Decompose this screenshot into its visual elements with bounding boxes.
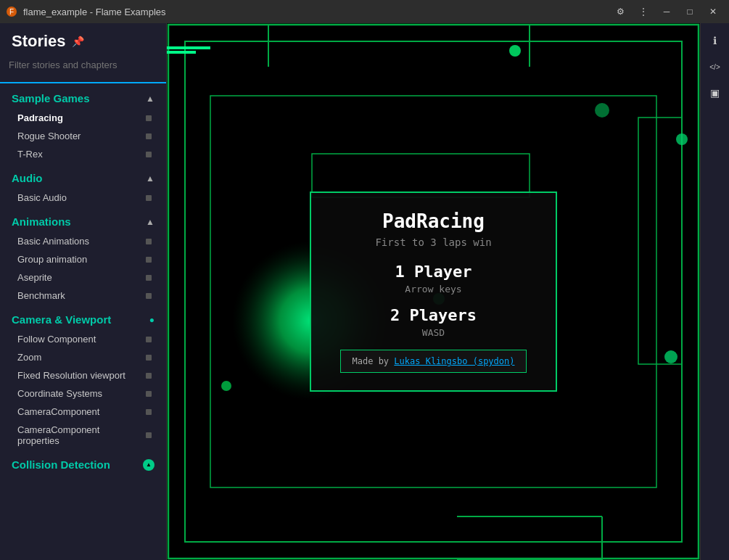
- svg-rect-8: [638, 118, 682, 364]
- nav-dot: [146, 409, 152, 415]
- nav-dot: [146, 257, 152, 263]
- category-collision[interactable]: Collision Detection ▲: [0, 450, 166, 475]
- pin-icon[interactable]: 📌: [72, 36, 84, 47]
- search-input[interactable]: [9, 57, 157, 73]
- main-content: Stories 📌 Sample Games ▲ Padracing Rogue…: [0, 23, 729, 560]
- puzzle-button[interactable]: ⚙: [610, 4, 630, 20]
- svg-point-12: [509, 45, 521, 57]
- overlay-game-subtitle: First to 3 laps win: [340, 236, 527, 248]
- sidebar-item-basic-audio[interactable]: Basic Audio: [0, 189, 166, 207]
- animations-items: Basic Animations Group animation Aseprit…: [0, 232, 166, 305]
- svg-point-13: [595, 103, 609, 118]
- sidebar-item-basic-animations[interactable]: Basic Animations: [0, 232, 166, 250]
- category-audio-label: Audio: [12, 172, 43, 184]
- category-sample-games-label: Sample Games: [12, 92, 90, 104]
- nav-dot: [146, 432, 152, 438]
- overlay-player2-label: 2 Players: [340, 306, 527, 324]
- loading-bars: [167, 46, 225, 54]
- credit-link[interactable]: Lukas Klingsbo (spydon): [394, 356, 514, 366]
- sidebar-item-group-animation[interactable]: Group animation: [0, 250, 166, 268]
- collision-indicator: ▲: [143, 459, 155, 471]
- sidebar-title-container: Stories 📌: [12, 32, 84, 51]
- category-camera[interactable]: Camera & Viewport ●: [0, 305, 166, 330]
- nav-dot: [146, 195, 152, 201]
- titlebar: F flame_example - Flame Examples ⚙ ⋮ ─ □…: [0, 0, 729, 23]
- right-panel: PadRacing First to 3 laps win 1 Player A…: [167, 23, 729, 560]
- chevron-camera: ●: [149, 315, 155, 325]
- sidebar: Stories 📌 Sample Games ▲ Padracing Rogue…: [0, 23, 167, 560]
- svg-point-17: [221, 381, 231, 391]
- camera-items: Follow Component Zoom Fixed Resolution v…: [0, 330, 166, 450]
- category-animations[interactable]: Animations ▲: [0, 207, 166, 232]
- audio-items: Basic Audio: [0, 189, 166, 207]
- credit-prefix: Made by: [353, 356, 395, 366]
- overlay-player2-control: WASD: [340, 327, 527, 338]
- nav-dot: [146, 355, 152, 361]
- sidebar-item-benchmark[interactable]: Benchmark: [0, 287, 166, 305]
- sidebar-title-text: Stories: [12, 32, 66, 51]
- nav-dot: [146, 133, 152, 139]
- svg-point-14: [676, 133, 688, 145]
- nav-dot: [146, 115, 152, 121]
- sidebar-item-zoom[interactable]: Zoom: [0, 348, 166, 366]
- search-container: [0, 57, 166, 83]
- nav-dot: [146, 337, 152, 342]
- nav-dot: [146, 391, 152, 397]
- game-overlay-panel: PadRacing First to 3 laps win 1 Player A…: [310, 192, 558, 392]
- chevron-animations: ▲: [146, 217, 155, 227]
- svg-text:F: F: [9, 8, 14, 16]
- category-collision-label: Collision Detection: [12, 458, 110, 471]
- nav-dot: [146, 293, 152, 299]
- sidebar-item-aseprite[interactable]: Aseprite: [0, 268, 166, 287]
- window-title: flame_example - Flame Examples: [23, 7, 166, 17]
- overlay-player1-control: Arrow keys: [340, 284, 527, 295]
- nav-dot: [146, 239, 152, 244]
- sidebar-item-camera-component-props[interactable]: CameraComponent properties: [0, 421, 166, 450]
- device-button[interactable]: ▣: [704, 81, 727, 104]
- sidebar-item-t-rex[interactable]: T-Rex: [0, 145, 166, 163]
- chevron-audio: ▲: [146, 173, 155, 184]
- category-audio[interactable]: Audio ▲: [0, 163, 166, 189]
- sidebar-item-rogue-shooter[interactable]: Rogue Shooter: [0, 127, 166, 145]
- titlebar-left: F flame_example - Flame Examples: [6, 6, 166, 17]
- sample-games-items: Padracing Rogue Shooter T-Rex: [0, 109, 166, 163]
- code-button[interactable]: </>: [704, 55, 727, 78]
- close-button[interactable]: ✕: [703, 4, 723, 20]
- game-area[interactable]: PadRacing First to 3 laps win 1 Player A…: [167, 23, 700, 560]
- category-animations-label: Animations: [12, 215, 71, 228]
- overlay-player1-label: 1 Player: [340, 263, 527, 281]
- titlebar-controls: ⚙ ⋮ ─ □ ✕: [610, 4, 723, 20]
- overlay-game-title: PadRacing: [340, 210, 527, 232]
- more-options-button[interactable]: ⋮: [633, 4, 654, 20]
- maximize-button[interactable]: □: [680, 4, 700, 20]
- sidebar-item-camera-component[interactable]: CameraComponent: [0, 403, 166, 421]
- nav-dot: [146, 152, 152, 157]
- overlay-credit: Made by Lukas Klingsbo (spydon): [340, 350, 527, 373]
- nav-dot: [146, 275, 152, 281]
- info-button[interactable]: ℹ: [704, 29, 727, 52]
- nav-dot: [146, 373, 152, 379]
- svg-rect-7: [312, 154, 530, 197]
- chevron-sample-games: ▲: [146, 94, 155, 104]
- sidebar-item-follow-component[interactable]: Follow Component: [0, 330, 166, 348]
- sidebar-item-fixed-resolution[interactable]: Fixed Resolution viewport: [0, 366, 166, 384]
- sidebar-item-coordinate-systems[interactable]: Coordinate Systems: [0, 384, 166, 403]
- right-toolbar: ℹ </> ▣: [700, 23, 729, 560]
- minimize-button[interactable]: ─: [656, 4, 677, 20]
- app-icon: F: [6, 6, 17, 17]
- svg-point-16: [664, 350, 677, 363]
- sidebar-item-padracing[interactable]: Padracing: [0, 109, 166, 127]
- category-sample-games[interactable]: Sample Games ▲: [0, 83, 166, 109]
- sidebar-header: Stories 📌: [0, 23, 166, 57]
- category-camera-label: Camera & Viewport: [12, 313, 111, 326]
